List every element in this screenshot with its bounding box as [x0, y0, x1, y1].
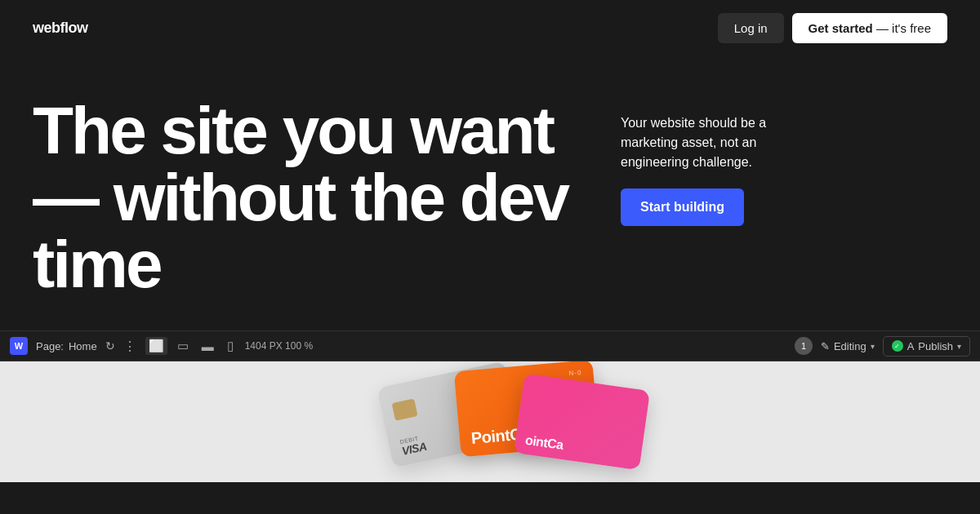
- toolbar-right: 1 ✎ Editing ▾ ✓ A Publish ▾: [795, 336, 970, 357]
- desktop-view-icon[interactable]: ⬜: [145, 337, 167, 355]
- navbar: webflow Log in Get started — it's free: [0, 0, 980, 56]
- login-button[interactable]: Log in: [718, 13, 784, 43]
- tablet-view-icon[interactable]: ▭: [174, 337, 192, 355]
- pencil-icon: ✎: [821, 340, 830, 352]
- refresh-icon[interactable]: ↻: [105, 339, 115, 352]
- viewport-views: ⬜ ▭ ▬ ▯: [145, 337, 237, 355]
- get-started-button[interactable]: Get started — it's free: [792, 13, 947, 43]
- logo: webflow: [33, 20, 88, 37]
- publish-button[interactable]: ✓ A Publish ▾: [883, 336, 970, 357]
- editing-mode-button[interactable]: ✎ Editing ▾: [821, 340, 875, 352]
- landscape-view-icon[interactable]: ▬: [198, 338, 217, 355]
- more-options-icon[interactable]: ⋮: [123, 339, 137, 354]
- user-count-badge: 1: [795, 337, 813, 355]
- card-pink-brand: ointCa: [524, 433, 632, 463]
- card-chip-icon: [392, 399, 418, 421]
- canvas-preview: DEBIT VISA N-0 PointCa ointCa: [0, 361, 980, 482]
- nav-actions: Log in Get started — it's free: [718, 13, 947, 43]
- hero-headline: The site you want — without the dev time: [33, 97, 588, 298]
- editor-toolbar: W Page: Home ↻ ⋮ ⬜ ▭ ▬ ▯ 1404 PX 100 % 1…: [0, 330, 980, 361]
- mobile-view-icon[interactable]: ▯: [224, 337, 237, 355]
- publish-chevron-icon: ▾: [957, 342, 961, 351]
- start-building-button[interactable]: Start building: [621, 188, 744, 226]
- hero-subtext: Your website should be a marketing asset…: [621, 113, 817, 172]
- hero-right: Your website should be a marketing asset…: [621, 97, 817, 226]
- publish-label: Publish: [918, 340, 953, 352]
- page-label: Page:: [36, 340, 64, 352]
- page-name: Home: [69, 340, 97, 352]
- get-started-suffix: — it's free: [876, 21, 931, 35]
- toolbar-logo: W: [10, 337, 28, 355]
- cards-container: DEBIT VISA N-0 PointCa ointCa: [327, 361, 653, 482]
- editing-label: Editing: [834, 340, 866, 352]
- toolbar-page-info: Page: Home: [36, 340, 97, 352]
- person-icon: A: [907, 340, 915, 352]
- canvas-dimensions: 1404 PX 100 %: [245, 340, 313, 352]
- card-pink: ointCa: [514, 374, 650, 471]
- publish-status-icon: ✓: [892, 340, 903, 352]
- hero-section: The site you want — without the dev time…: [0, 56, 980, 330]
- get-started-strong: Get started: [808, 21, 873, 35]
- editing-chevron-icon: ▾: [871, 342, 875, 351]
- card-number-tag: N-0: [568, 369, 582, 377]
